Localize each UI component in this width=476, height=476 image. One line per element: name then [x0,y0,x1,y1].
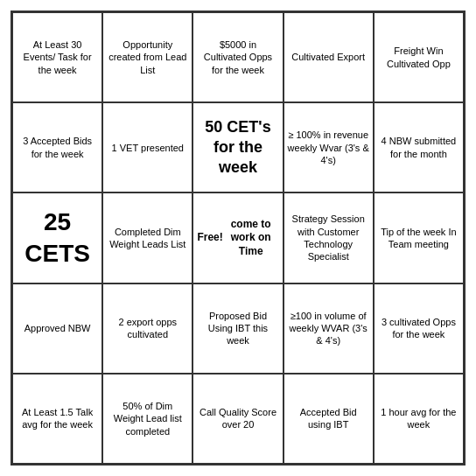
cell-r0c1: Opportunity created from Lead List [102,12,192,102]
cell-r0c3: Cultivated Export [284,12,374,102]
cell-r2c4: Tip of the week In Team meeting [374,192,464,283]
cell-r3c3: ≥100 in volume of weekly WVAR (3's & 4's… [284,284,374,374]
cell-r3c2: Proposed Bid Using IBT this week [192,284,283,374]
cell-r3c1: 2 export opps cultivated [102,284,192,374]
cell-r2c1: Completed Dim Weight Leads List [102,192,192,283]
cell-r1c3: ≥ 100% in revenue weekly Wvar (3's & 4's… [284,102,374,192]
cell-r4c2: Call Quality Score over 20 [192,374,283,464]
cell-r2c2: Free!come to work on Time [192,192,283,283]
cell-r2c3: Strategy Session with Customer Technolog… [284,192,374,283]
cell-r2c0: 25 CETS [12,192,102,283]
cell-r0c4: Freight Win Cultivated Opp [374,12,464,102]
cell-r0c2: $5000 in Cultivated Opps for the week [192,12,283,102]
cell-r4c1: 50% of Dim Weight Lead list completed [102,374,192,464]
cell-r0c0: At Least 30 Events/ Task for the week [12,12,102,102]
cell-r4c3: Accepted Bid using IBT [284,374,374,464]
bingo-board: At Least 30 Events/ Task for the weekOpp… [10,10,466,466]
cell-r3c0: Approved NBW [12,284,102,374]
cell-r4c0: At Least 1.5 Talk avg for the week [12,374,102,464]
cell-r1c4: 4 NBW submitted for the month [374,102,464,192]
cell-r1c1: 1 VET presented [102,102,192,192]
cell-r3c4: 3 cultivated Opps for the week [374,284,464,374]
cell-r1c0: 3 Accepted Bids for the week [12,102,102,192]
cell-r1c2: 50 CET's for the week [192,102,283,192]
cell-r4c4: 1 hour avg for the week [374,374,464,464]
